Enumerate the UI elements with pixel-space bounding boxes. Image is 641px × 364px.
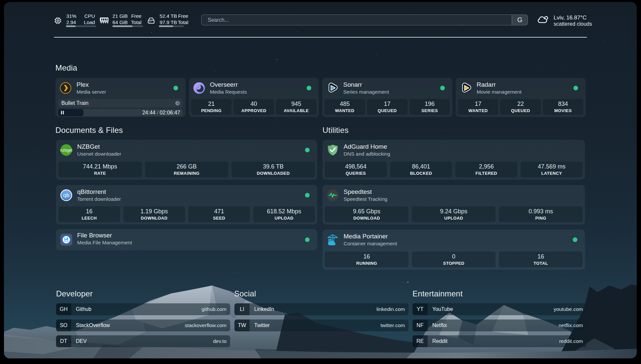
- svg-text:qb: qb: [63, 192, 70, 198]
- svg-text:nzbget: nzbget: [60, 148, 72, 153]
